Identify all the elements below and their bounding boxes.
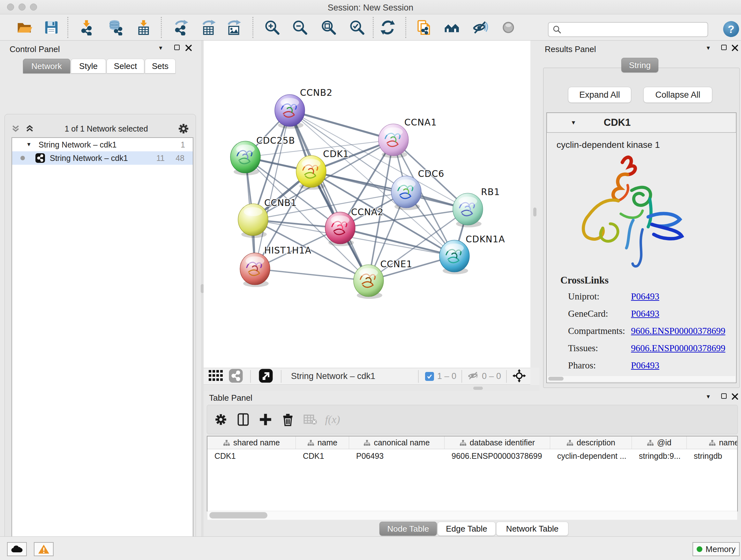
panel-menu-icon[interactable]: ▼ [705, 45, 711, 51]
column-header-sharedname[interactable]: shared name [207, 436, 296, 449]
column-header-name[interactable]: name [296, 436, 349, 449]
table-hscrollbar[interactable] [207, 511, 737, 520]
search-input[interactable] [562, 25, 699, 34]
delete-column-trash-icon[interactable] [277, 413, 299, 426]
column-header-description[interactable]: description [550, 436, 632, 449]
results-panel-title: Results Panel [545, 44, 596, 54]
show-all-graphics-icon[interactable] [500, 19, 517, 36]
collapse-all-button[interactable]: Collapse All [643, 87, 712, 103]
svg-text:CDC6: CDC6 [418, 169, 444, 179]
toggle-graphics-details-icon[interactable] [444, 19, 461, 36]
pan-crosshair-icon[interactable] [513, 369, 526, 384]
memory-label: Memory [705, 544, 736, 554]
panel-close-icon[interactable] [731, 44, 738, 51]
birdseye-view-icon[interactable] [259, 368, 273, 384]
table-cell[interactable]: stringdb:9... [632, 449, 687, 462]
cloud-button[interactable] [7, 542, 27, 556]
apply-layout-icon[interactable] [379, 19, 396, 36]
tab-string[interactable]: String [621, 58, 658, 72]
tab-sets[interactable]: Sets [145, 59, 176, 73]
collapse-all-networks-icon[interactable] [25, 124, 35, 133]
export-table-icon[interactable] [200, 19, 217, 36]
export-image-icon[interactable] [225, 19, 242, 36]
help-button[interactable]: ? [723, 21, 739, 37]
import-table-file-icon[interactable] [135, 19, 152, 36]
grid-view-icon[interactable] [209, 370, 223, 383]
selected-nodes-checkbox[interactable] [425, 372, 434, 381]
column-header-namespace[interactable]: namespace [687, 436, 738, 449]
export-network-icon[interactable] [172, 19, 190, 36]
warnings-button[interactable] [34, 542, 54, 556]
column-header-canonicalname[interactable]: canonical name [349, 436, 445, 449]
warning-icon [38, 544, 50, 554]
table-cell[interactable]: stringdb [687, 449, 738, 462]
import-network-file-icon[interactable] [78, 19, 95, 36]
crosslink-value[interactable]: P06493 [631, 308, 659, 319]
panel-close-icon[interactable] [185, 44, 192, 51]
section-expander-icon[interactable]: ▼ [570, 119, 576, 126]
table-settings-gear-icon[interactable] [210, 414, 232, 426]
panel-menu-icon[interactable]: ▼ [158, 45, 163, 51]
network-options-gear-icon[interactable] [178, 123, 189, 134]
crosslink-value[interactable]: 9606.ENSP00000378699 [631, 343, 725, 353]
panel-close-icon[interactable] [731, 393, 738, 400]
search-field[interactable] [548, 22, 708, 37]
results-hscrollbar[interactable] [548, 376, 735, 381]
tab-network[interactable]: Network [23, 59, 70, 73]
toolbar-separator [461, 370, 462, 383]
control-panel-title: Control Panel [10, 44, 60, 54]
vertical-splitter[interactable] [530, 41, 539, 368]
table-cell[interactable]: CDK1 [296, 449, 349, 462]
results-hscrollbar-thumb[interactable] [548, 377, 563, 381]
network-collection-row[interactable]: ▼ String Network – cdk1 1 [12, 138, 193, 151]
tab-select[interactable]: Select [107, 59, 144, 73]
crosslink-value[interactable]: P06493 [631, 291, 659, 301]
table-cell[interactable]: P06493 [349, 449, 445, 462]
open-session-icon[interactable] [16, 19, 33, 36]
zoom-in-icon[interactable] [264, 19, 281, 36]
expand-all-networks-icon[interactable] [11, 124, 20, 133]
tab-node-table[interactable]: Node Table [380, 522, 437, 536]
crosslink-value[interactable]: 9606.ENSP00000378699 [631, 326, 725, 336]
panel-float-icon[interactable] [721, 393, 727, 399]
splitter-handle[interactable] [533, 207, 536, 216]
network-share-view-icon[interactable] [228, 368, 243, 384]
splitter-handle[interactable] [473, 387, 483, 390]
zoom-selected-icon[interactable] [348, 19, 366, 36]
expand-all-button[interactable]: Expand All [568, 87, 631, 103]
main-toolbar: ? [0, 14, 741, 41]
table-hscrollbar-thumb[interactable] [209, 512, 267, 518]
fit-content-icon[interactable] [320, 19, 337, 36]
tab-style[interactable]: Style [71, 59, 106, 73]
network-row[interactable]: String Network – cdk1 11 48 [12, 151, 193, 165]
open-in-cytoscape-web-icon[interactable] [415, 19, 433, 36]
vertical-splitter[interactable] [201, 41, 204, 538]
crosslink-label: GeneCard: [568, 308, 629, 319]
tab-edge-table[interactable]: Edge Table [437, 522, 495, 536]
save-session-icon[interactable] [43, 19, 60, 36]
crosslink-value[interactable]: P06493 [631, 360, 659, 370]
select-columns-icon[interactable] [232, 413, 254, 426]
add-column-icon[interactable] [254, 413, 277, 426]
table-cell[interactable]: 9606.ENSP00000378699 [445, 449, 550, 462]
table-cell[interactable]: CDK1 [207, 449, 296, 462]
hidden-eye-slash-icon[interactable] [467, 370, 479, 382]
panel-menu-icon[interactable]: ▼ [705, 394, 711, 400]
gene-section-header[interactable]: ▼ CDK1 [547, 113, 736, 133]
tab-network-table[interactable]: Network Table [496, 522, 568, 536]
memory-button[interactable]: Memory [692, 542, 740, 556]
table-row[interactable]: CDK1CDK1P064939606.ENSP00000378699cyclin… [207, 449, 737, 462]
panel-float-icon[interactable] [721, 45, 727, 50]
tree-expander-icon[interactable]: ▼ [26, 141, 31, 148]
table-cell[interactable]: cyclin-dependent ... [550, 449, 632, 462]
network-canvas[interactable]: CCNB2 CCNA1 CDC25B CDK1 CDC6 [204, 41, 530, 368]
zoom-out-icon[interactable] [291, 19, 309, 36]
column-header-id[interactable]: @id [632, 436, 687, 449]
node-table[interactable]: shared namenamecanonical namedatabase id… [207, 436, 738, 511]
panel-float-icon[interactable] [174, 45, 180, 50]
import-network-database-icon[interactable] [107, 19, 124, 36]
hide-selected-icon[interactable] [471, 19, 488, 36]
crosslink-row: Tissues: 9606.ENSP00000378699 [568, 343, 734, 354]
network-node-CDK1 [296, 155, 326, 190]
column-header-databaseidentifier[interactable]: database identifier [445, 436, 550, 449]
